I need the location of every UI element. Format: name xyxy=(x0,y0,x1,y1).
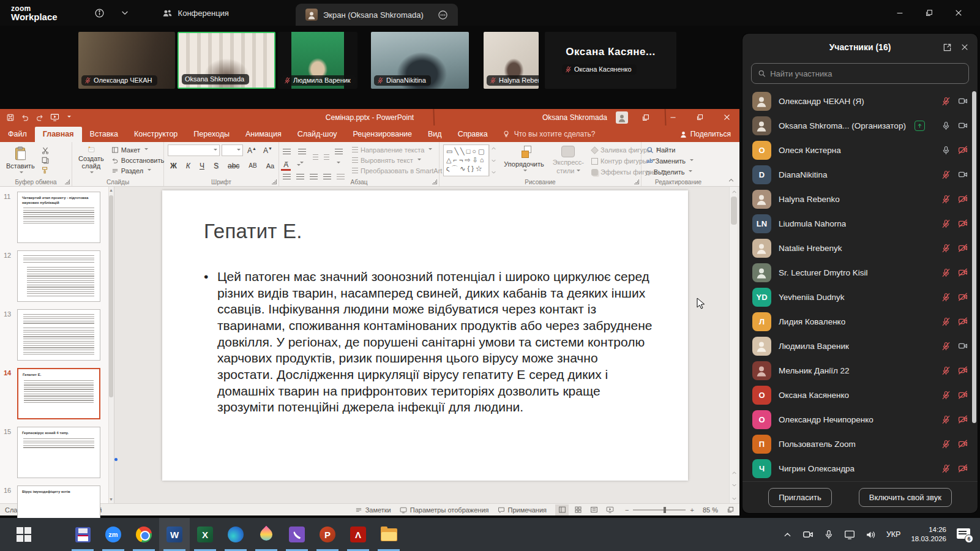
tab-slideshow[interactable]: Слайд-шоу xyxy=(290,127,345,142)
unmute-button[interactable]: Включить свой звук xyxy=(859,488,952,507)
dialog-launcher-icon[interactable] xyxy=(65,179,70,184)
gallery-up-icon[interactable] xyxy=(491,146,496,151)
taskbar-app-paint[interactable] xyxy=(251,518,282,551)
format-painter-icon[interactable] xyxy=(41,166,50,174)
tab-transitions[interactable]: Переходы xyxy=(185,127,238,142)
slide-title[interactable]: Гепатит Е. xyxy=(204,220,302,243)
slide-sorter-view-button[interactable] xyxy=(571,504,585,515)
participant-row[interactable]: ООксана Касяненко xyxy=(742,383,978,407)
increase-indent-button[interactable] xyxy=(324,154,329,160)
tab-help[interactable]: Справка xyxy=(450,127,496,142)
cut-icon[interactable] xyxy=(41,146,50,155)
participant-row[interactable]: ООлеся Кистерна xyxy=(742,138,978,162)
participant-row[interactable]: LNLiudmula Nahorna xyxy=(742,211,978,236)
new-slide-button[interactable]: Создать слайд xyxy=(76,144,107,176)
participants-scrollbar[interactable] xyxy=(972,91,976,468)
fit-to-window-icon[interactable] xyxy=(727,506,735,514)
ribbon-display-options-icon[interactable] xyxy=(637,110,655,125)
qat-customize-icon[interactable] xyxy=(67,116,71,119)
taskbar-app-zoom[interactable]: zm xyxy=(98,518,129,551)
taskbar-app-explorer[interactable] xyxy=(373,518,404,551)
gallery-more-icon[interactable] xyxy=(491,170,496,175)
bullets-button[interactable] xyxy=(283,146,293,168)
display-settings-button[interactable]: Параметры отображения xyxy=(400,506,489,514)
zoom-slider[interactable]: − + xyxy=(625,506,694,514)
undo-icon[interactable] xyxy=(21,113,29,122)
paste-button[interactable]: Вставить xyxy=(4,144,37,176)
thumbnails-scrollbar[interactable]: ▲ ▼ xyxy=(108,187,114,503)
tab-home[interactable]: Главная xyxy=(35,127,82,142)
select-button[interactable]: ▷Выделить xyxy=(645,168,695,176)
change-case-button[interactable]: Aa xyxy=(264,162,277,170)
video-tile-no-video[interactable]: Оксана Касяне... Оксана Касяненко xyxy=(545,32,676,89)
chevron-down-icon[interactable] xyxy=(121,9,129,17)
notes-toggle[interactable]: Заметки xyxy=(355,506,391,514)
gallery-down-icon[interactable] xyxy=(491,158,496,163)
italic-button[interactable]: К xyxy=(184,161,193,171)
share-button[interactable]: Поделиться xyxy=(671,127,739,142)
tab-more-icon[interactable] xyxy=(438,10,448,20)
participant-row[interactable]: Олександр ЧЕКАН (Я) xyxy=(742,89,978,113)
font-size-select[interactable] xyxy=(222,144,243,156)
popout-icon[interactable] xyxy=(943,43,952,52)
slide-scrollbar[interactable] xyxy=(729,187,738,503)
participant-row[interactable]: Halyna Rebenko xyxy=(742,187,978,211)
video-tile-active-speaker[interactable]: Oksana Shkromada xyxy=(178,32,275,89)
taskbar-app-excel[interactable]: X xyxy=(190,518,220,551)
redo-icon[interactable] xyxy=(36,113,44,122)
numbering-button[interactable] xyxy=(298,146,308,168)
slideshow-view-button[interactable] xyxy=(603,504,616,515)
find-button[interactable]: Найти xyxy=(645,146,695,154)
underline-button[interactable]: Ч xyxy=(197,161,207,171)
tray-mic-icon[interactable] xyxy=(824,530,834,539)
language-indicator[interactable]: УКР xyxy=(886,530,901,539)
video-tile[interactable]: DianaNikitina xyxy=(371,32,469,89)
dialog-launcher-icon[interactable] xyxy=(432,179,437,184)
strikethrough-button[interactable]: abc xyxy=(225,161,242,171)
line-spacing-button[interactable] xyxy=(335,146,345,168)
tab-shared-screen[interactable]: Экран (Oksana Shkromada) xyxy=(296,4,458,26)
next-slide-icon[interactable] xyxy=(730,480,738,490)
text-direction-button[interactable]: Направление текста xyxy=(351,146,451,154)
scrollbar-thumb[interactable] xyxy=(731,197,737,225)
search-input[interactable] xyxy=(770,69,962,78)
video-tile[interactable]: Halyna Rebenko xyxy=(484,32,539,89)
participant-row[interactable]: Natalie Hrebenyk xyxy=(742,236,978,260)
reading-view-button[interactable] xyxy=(587,504,600,515)
participant-row[interactable]: ППользователь Zoom xyxy=(742,432,978,456)
participant-row[interactable]: ЛЛидия Коваленко xyxy=(742,309,978,334)
tab-animations[interactable]: Анимация xyxy=(238,127,290,142)
zoom-thumb[interactable] xyxy=(664,507,666,513)
notification-center-button[interactable]: 6 xyxy=(957,528,971,541)
copy-icon[interactable] xyxy=(41,156,50,165)
start-slideshow-icon[interactable] xyxy=(50,113,59,122)
tray-network-icon[interactable] xyxy=(844,529,855,540)
tell-me-search[interactable]: Что вы хотите сделать? xyxy=(496,127,602,142)
text-shadow-button[interactable]: S xyxy=(211,161,221,171)
scroll-up-icon[interactable] xyxy=(730,187,738,197)
slide-body-text[interactable]: •Цей патоген має значний зоонозний потен… xyxy=(204,269,657,416)
arrange-button[interactable]: Упорядочить xyxy=(501,144,546,176)
collapse-ribbon-icon[interactable] xyxy=(728,177,735,184)
tray-camera-icon[interactable] xyxy=(802,529,814,540)
scroll-down-icon[interactable]: ▼ xyxy=(108,496,114,503)
tab-insert[interactable]: Вставка xyxy=(82,127,126,142)
shapes-gallery[interactable]: ▭╲╲□○▢ △⌐¬⇨⇩⌂ ς⌒∿{}☆ xyxy=(443,144,489,176)
taskbar-app-powerpoint[interactable]: P xyxy=(312,518,343,551)
video-tile[interactable]: Людмила Вареник xyxy=(278,32,357,89)
ppt-restore-button[interactable] xyxy=(690,110,709,125)
tab-file[interactable]: Файл xyxy=(0,127,35,142)
dialog-launcher-icon[interactable] xyxy=(272,179,277,184)
invite-button[interactable]: Пригласить xyxy=(768,488,832,507)
close-button[interactable] xyxy=(951,5,967,21)
taskbar-app-floppy[interactable] xyxy=(67,518,98,551)
tray-expand-icon[interactable] xyxy=(783,530,792,539)
meeting-info-icon[interactable] xyxy=(94,8,105,18)
participant-row[interactable]: YDYevheniia Dudnyk xyxy=(742,285,978,309)
zoom-out-icon[interactable]: − xyxy=(625,506,629,514)
replace-button[interactable]: abЗаменить xyxy=(645,157,695,165)
ppt-close-button[interactable] xyxy=(717,110,736,125)
scrollbar-thumb[interactable] xyxy=(109,195,113,397)
taskbar-app-edge[interactable] xyxy=(220,518,251,551)
participant-search[interactable] xyxy=(751,63,969,84)
